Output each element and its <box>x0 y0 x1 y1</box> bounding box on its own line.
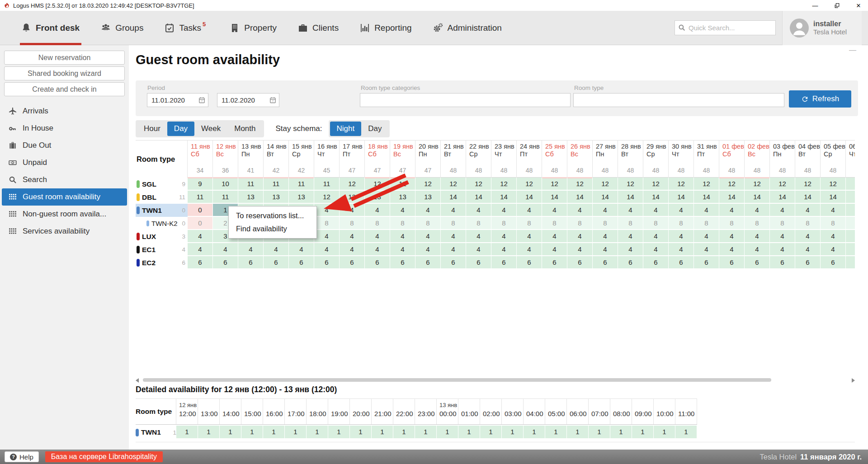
availability-cell[interactable]: 4 <box>669 204 694 217</box>
availability-cell[interactable]: 14 <box>517 191 542 204</box>
availability-cell[interactable]: 4 <box>593 243 618 256</box>
availability-cell[interactable]: 13 <box>264 191 289 204</box>
availability-cell[interactable]: 4 <box>264 243 289 256</box>
availability-cell[interactable]: 6 <box>821 256 846 269</box>
availability-cell[interactable]: 8 <box>643 217 669 230</box>
availability-cell[interactable]: 12 <box>466 178 491 191</box>
availability-cell[interactable]: 13 <box>289 191 314 204</box>
availability-cell[interactable]: 6 <box>795 256 821 269</box>
availability-cell[interactable]: 12 <box>643 178 669 191</box>
availability-cell[interactable]: 12 <box>795 178 821 191</box>
availability-cell[interactable]: 6 <box>491 256 517 269</box>
availability-cell[interactable]: 12 <box>669 178 694 191</box>
availability-cell[interactable]: 4 <box>593 230 618 243</box>
availability-cell[interactable]: 12 <box>618 178 643 191</box>
room-type-label[interactable]: TWN-K20 <box>136 217 188 230</box>
availability-cell[interactable]: 14 <box>542 191 567 204</box>
availability-cell[interactable]: 12 <box>340 178 365 191</box>
availability-cell[interactable]: 4 <box>719 243 745 256</box>
availability-cell[interactable]: 6 <box>719 256 745 269</box>
availability-cell[interactable]: 6 <box>694 256 719 269</box>
availability-cell[interactable]: 4 <box>441 243 466 256</box>
availability-cell[interactable]: 4 <box>745 204 770 217</box>
quick-search-input[interactable] <box>675 20 776 35</box>
new-reservation-button[interactable]: New reservation <box>4 51 125 65</box>
scrollbar-thumb[interactable] <box>143 378 771 382</box>
availability-cell[interactable]: 4 <box>466 230 491 243</box>
availability-cell[interactable]: 4 <box>821 230 846 243</box>
availability-cell[interactable]: 14 <box>593 191 618 204</box>
availability-cell[interactable]: 4 <box>238 243 264 256</box>
availability-cell[interactable]: 6 <box>669 256 694 269</box>
nav-item-administration[interactable]: Administration <box>432 11 512 45</box>
availability-cell[interactable]: 4 <box>314 243 340 256</box>
availability-cell[interactable]: 14 <box>719 191 745 204</box>
availability-cell[interactable]: 13 <box>340 191 365 204</box>
availability-cell[interactable]: 6 <box>593 256 618 269</box>
availability-cell[interactable]: 6 <box>567 256 593 269</box>
availability-cell[interactable]: 8 <box>441 217 466 230</box>
nav-item-tasks[interactable]: Tasks5 <box>163 11 218 45</box>
mode-toggle-week[interactable]: Week <box>194 122 227 136</box>
availability-cell[interactable]: 6 <box>770 256 795 269</box>
help-button[interactable]: ? Help <box>5 451 39 462</box>
availability-cell[interactable]: 4 <box>745 230 770 243</box>
room-type-input[interactable] <box>573 93 784 107</box>
availability-cell[interactable]: 4 <box>770 243 795 256</box>
availability-cell[interactable]: 12 <box>745 178 770 191</box>
availability-cell[interactable]: 14 <box>643 191 669 204</box>
availability-cell[interactable]: 14 <box>567 191 593 204</box>
availability-cell[interactable]: 8 <box>390 217 415 230</box>
availability-cell[interactable]: 8 <box>846 217 855 230</box>
shared-booking-wizard-button[interactable]: Shared booking wizard <box>4 66 125 80</box>
availability-cell[interactable]: 4 <box>340 204 365 217</box>
availability-cell[interactable]: 11 <box>213 191 238 204</box>
availability-cell[interactable]: 4 <box>365 243 390 256</box>
room-type-label[interactable]: LUX3 <box>136 230 188 243</box>
availability-cell[interactable]: 8 <box>567 217 593 230</box>
availability-cell[interactable]: 4 <box>618 243 643 256</box>
mode-toggle-day[interactable]: Day <box>167 122 194 136</box>
availability-cell[interactable]: 12 <box>846 178 855 191</box>
availability-cell[interactable]: 4 <box>340 230 365 243</box>
date-from-input[interactable] <box>147 93 208 107</box>
sidebar-item-unpaid[interactable]: Unpaid <box>2 154 127 171</box>
availability-cell[interactable]: 8 <box>365 217 390 230</box>
availability-cell[interactable]: 4 <box>365 230 390 243</box>
nav-item-clients[interactable]: Clients <box>297 11 349 45</box>
availability-cell[interactable]: 4 <box>618 204 643 217</box>
create-and-check-in-button[interactable]: Create and check in <box>4 82 125 96</box>
availability-cell[interactable]: 4 <box>567 204 593 217</box>
availability-cell[interactable]: 14 <box>846 191 855 204</box>
availability-cell[interactable]: 4 <box>593 204 618 217</box>
availability-cell[interactable]: 14 <box>618 191 643 204</box>
room-type-label[interactable]: DBL11 <box>136 191 188 204</box>
availability-cell[interactable]: 11 <box>238 178 264 191</box>
availability-cell[interactable]: 14 <box>795 191 821 204</box>
availability-cell[interactable]: 4 <box>846 204 855 217</box>
availability-cell[interactable]: 6 <box>415 256 441 269</box>
availability-cell[interactable]: 4 <box>821 243 846 256</box>
availability-cell[interactable]: 4 <box>390 204 415 217</box>
availability-cell[interactable]: 8 <box>466 217 491 230</box>
nav-item-reporting[interactable]: Reporting <box>359 11 421 45</box>
availability-cell[interactable]: 8 <box>618 217 643 230</box>
availability-cell[interactable]: 4 <box>770 204 795 217</box>
availability-cell[interactable]: 14 <box>694 191 719 204</box>
availability-cell[interactable]: 13 <box>365 191 390 204</box>
nav-item-front-desk[interactable]: Front desk <box>20 11 90 45</box>
availability-cell[interactable]: 4 <box>795 230 821 243</box>
availability-cell[interactable]: 8 <box>593 217 618 230</box>
availability-cell[interactable]: 4 <box>314 230 340 243</box>
availability-cell[interactable]: 0 <box>188 217 213 230</box>
availability-cell[interactable]: 4 <box>669 230 694 243</box>
schema-toggle-night[interactable]: Night <box>330 122 362 136</box>
availability-cell[interactable]: 13 <box>238 191 264 204</box>
availability-cell[interactable]: 4 <box>567 230 593 243</box>
availability-cell[interactable]: 8 <box>415 217 441 230</box>
availability-cell[interactable]: 6 <box>188 256 213 269</box>
availability-cell[interactable]: 4 <box>340 243 365 256</box>
availability-cell[interactable]: 4 <box>770 230 795 243</box>
scroll-right-icon[interactable] <box>852 378 855 383</box>
availability-cell[interactable]: 6 <box>365 256 390 269</box>
